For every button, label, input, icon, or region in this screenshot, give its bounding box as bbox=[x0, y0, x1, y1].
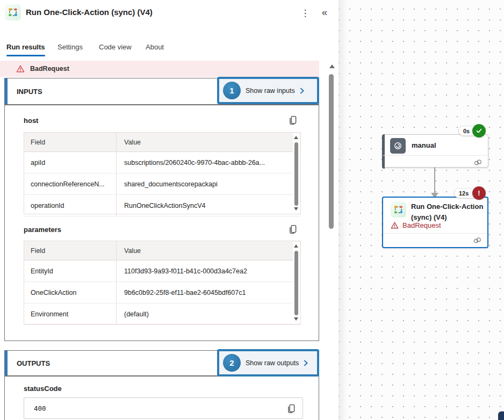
param-row-value: 9b6c0b92-25f8-ef11-bae2-6045bdf607c1 bbox=[117, 282, 300, 303]
scroll-down-icon[interactable] bbox=[294, 207, 298, 211]
node-divider bbox=[383, 155, 487, 156]
host-col-value: Value bbox=[117, 133, 300, 151]
corepack-action-icon bbox=[5, 4, 21, 20]
panel-title: Run One-Click-Action (sync) (V4) bbox=[26, 8, 153, 17]
status-code-field[interactable]: 400 bbox=[24, 397, 303, 419]
corner-element bbox=[498, 411, 504, 420]
callout-2-badge: 2 bbox=[223, 354, 241, 372]
param-row-field: OneClickAction bbox=[24, 282, 117, 303]
show-raw-inputs-button[interactable]: 1 Show raw inputs bbox=[217, 77, 319, 104]
error-banner-text: BadRequest bbox=[30, 65, 69, 73]
param-row-field: EntityId bbox=[24, 260, 117, 281]
active-tab-underline bbox=[6, 55, 45, 56]
parameters-col-value: Value bbox=[117, 241, 300, 260]
flow-designer-canvas[interactable]: manual 0s Run O bbox=[339, 0, 504, 420]
host-row-value: shared_documentscorepackapi bbox=[117, 173, 300, 194]
connection-link-icon bbox=[473, 237, 482, 244]
outputs-title: OUTPUTS bbox=[17, 351, 50, 375]
table-row: OneClickAction 9b6c0b92-25f8-ef11-bae2-6… bbox=[24, 282, 300, 303]
host-row-field: apiId bbox=[24, 152, 117, 173]
node-error-text: BadRequest bbox=[402, 221, 441, 229]
host-table: Field Value apiId subscriptions/2060240c… bbox=[24, 132, 301, 214]
panel-shadow bbox=[339, 0, 348, 420]
parameters-col-field: Field bbox=[24, 241, 117, 260]
outputs-accent-bar bbox=[5, 351, 8, 375]
param-row-field: Environment bbox=[24, 303, 117, 324]
error-exclamation-icon: ! bbox=[472, 186, 486, 200]
tab-about[interactable]: About bbox=[146, 43, 164, 56]
host-label: host bbox=[24, 117, 38, 125]
host-table-scrollbar[interactable] bbox=[293, 133, 300, 213]
tab-settings[interactable]: Settings bbox=[57, 43, 83, 56]
inputs-accent-bar bbox=[5, 78, 8, 104]
callout-1-badge: 1 bbox=[223, 82, 241, 99]
parameters-label: parameters bbox=[24, 226, 61, 234]
copy-host-icon[interactable] bbox=[288, 115, 298, 125]
node-error-status: BadRequest bbox=[391, 221, 441, 229]
warning-triangle-icon bbox=[16, 64, 25, 73]
host-col-field: Field bbox=[24, 133, 117, 151]
manual-trigger-node[interactable]: manual bbox=[382, 134, 488, 168]
show-raw-outputs-label: Show raw outputs bbox=[246, 359, 299, 367]
copy-status-code-icon[interactable] bbox=[286, 404, 296, 414]
host-table-header: Field Value bbox=[24, 133, 300, 152]
scrollbar-thumb[interactable] bbox=[294, 251, 298, 315]
show-raw-outputs-button[interactable]: 2 Show raw outputs bbox=[217, 349, 319, 376]
parameters-table-scrollbar[interactable] bbox=[293, 242, 300, 323]
status-code-label: statusCode bbox=[24, 385, 62, 393]
show-raw-inputs-label: Show raw inputs bbox=[246, 87, 295, 95]
param-row-value: 110f3d93-9a93-f011-b41c-000d3a4c7ea2 bbox=[117, 260, 300, 281]
panel-scrollbar-up-arrow[interactable] bbox=[329, 64, 335, 68]
run-one-click-action-node[interactable]: Run One-Click-Action (sync) (V4) BadRequ… bbox=[382, 197, 488, 248]
trigger-accent-bar bbox=[382, 134, 385, 169]
chevron-right-icon bbox=[298, 87, 306, 95]
table-row: connectionReferenceN... shared_documents… bbox=[24, 173, 300, 195]
tab-run-results[interactable]: Run results bbox=[6, 43, 45, 56]
manual-trigger-icon bbox=[390, 138, 406, 154]
error-banner: BadRequest bbox=[0, 61, 319, 77]
host-row-field: operationId bbox=[24, 195, 117, 216]
chevron-right-icon bbox=[302, 359, 309, 367]
host-row-value: RunOneClickActionSyncV4 bbox=[117, 195, 300, 216]
table-row: EntityId 110f3d93-9a93-f011-b41c-000d3a4… bbox=[24, 260, 300, 282]
panel-scrollbar-thumb[interactable] bbox=[329, 74, 334, 229]
tab-code-view[interactable]: Code view bbox=[99, 43, 132, 56]
host-row-field: connectionReferenceN... bbox=[24, 173, 117, 194]
action-node-title: Run One-Click-Action (sync) (V4) bbox=[411, 201, 484, 222]
corepack-action-icon bbox=[391, 202, 406, 218]
host-row-value: subscriptions/2060240c-9970-4bac-abbb-26… bbox=[117, 152, 300, 173]
copy-parameters-icon[interactable] bbox=[288, 225, 298, 234]
parameters-table-header: Field Value bbox=[24, 241, 300, 260]
parameters-table: Field Value EntityId 110f3d93-9a93-f011-… bbox=[24, 241, 301, 324]
scroll-up-icon[interactable] bbox=[294, 244, 298, 248]
table-row: operationId RunOneClickActionSyncV4 bbox=[24, 195, 300, 216]
inputs-title: INPUTS bbox=[17, 78, 42, 104]
warning-triangle-icon bbox=[391, 221, 399, 229]
param-row-value: (default) bbox=[117, 303, 300, 324]
table-row: apiId subscriptions/2060240c-9970-4bac-a… bbox=[24, 152, 300, 173]
action-details-panel: Run One-Click-Action (sync) (V4) ⋮ « Run… bbox=[0, 0, 339, 420]
table-row: Environment (default) bbox=[24, 303, 300, 325]
connection-link-icon bbox=[473, 159, 483, 166]
success-check-icon bbox=[472, 124, 486, 137]
scroll-down-icon[interactable] bbox=[294, 317, 298, 321]
edge-connector bbox=[434, 168, 435, 193]
status-code-value: 400 bbox=[34, 398, 46, 418]
manual-node-title: manual bbox=[412, 135, 436, 155]
collapse-panel-icon[interactable]: « bbox=[318, 5, 332, 20]
scrollbar-thumb[interactable] bbox=[294, 142, 298, 206]
node-divider bbox=[384, 233, 487, 234]
more-options-icon[interactable]: ⋮ bbox=[299, 6, 311, 20]
screenshot-root: Run One-Click-Action (sync) (V4) ⋮ « Run… bbox=[0, 0, 504, 420]
scroll-up-icon[interactable] bbox=[294, 136, 298, 139]
